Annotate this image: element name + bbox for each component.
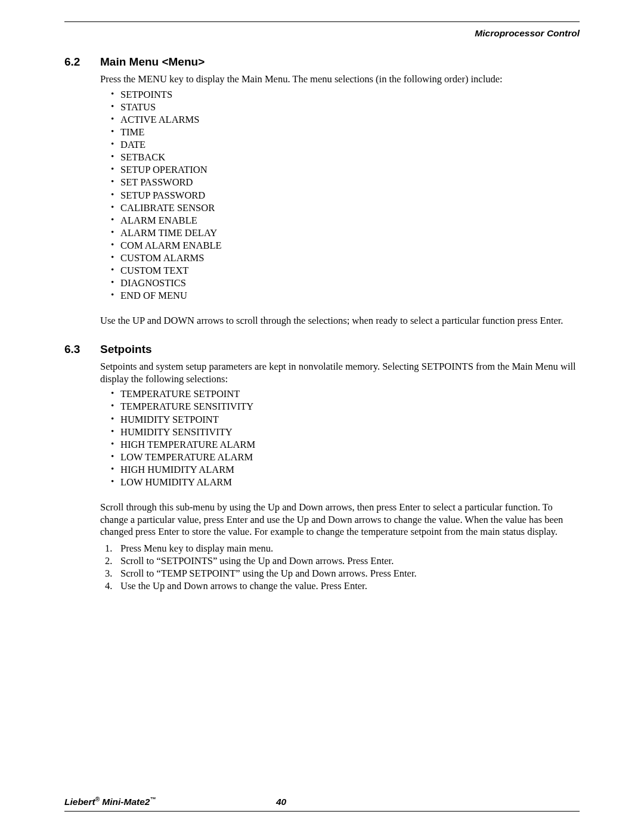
page-footer: Liebert® Mini-Mate2™ 40 bbox=[64, 796, 580, 807]
setpoints-list: TEMPERATURE SETPOINT TEMPERATURE SENSITI… bbox=[100, 388, 580, 488]
list-item: SET PASSWORD bbox=[100, 176, 580, 188]
list-item: ALARM ENABLE bbox=[100, 214, 580, 227]
list-item: HUMIDITY SETPOINT bbox=[100, 413, 580, 426]
section-6-2-heading: 6.2 Main Menu <Menu> bbox=[64, 55, 580, 69]
list-item: HIGH TEMPERATURE ALARM bbox=[100, 438, 580, 451]
list-item: TIME bbox=[100, 126, 580, 138]
list-item: SETBACK bbox=[100, 151, 580, 163]
list-item: STATUS bbox=[100, 101, 580, 113]
list-item: SETUP OPERATION bbox=[100, 163, 580, 176]
list-item: SETPOINTS bbox=[100, 88, 580, 101]
product-name: Liebert® Mini-Mate2™ bbox=[64, 796, 156, 807]
menu-list: SETPOINTS STATUS ACTIVE ALARMS TIME DATE… bbox=[100, 88, 580, 302]
list-item: LOW TEMPERATURE ALARM bbox=[100, 451, 580, 463]
list-item: Scroll to “SETPOINTS” using the Up and D… bbox=[100, 555, 580, 567]
list-item: HIGH HUMIDITY ALARM bbox=[100, 463, 580, 476]
section-title: Setpoints bbox=[100, 343, 152, 356]
list-item: CUSTOM ALARMS bbox=[100, 252, 580, 264]
list-item: TEMPERATURE SETPOINT bbox=[100, 388, 580, 400]
list-item: Use the Up and Down arrows to change the… bbox=[100, 580, 580, 592]
product-suffix: Mini-Mate2 bbox=[100, 797, 150, 807]
section-6-3-body: Setpoints and system setup parameters ar… bbox=[100, 361, 580, 592]
list-item: DIAGNOSTICS bbox=[100, 277, 580, 289]
list-item: CUSTOM TEXT bbox=[100, 264, 580, 277]
registered-icon: ® bbox=[95, 796, 100, 803]
list-item: ALARM TIME DELAY bbox=[100, 227, 580, 239]
page-number: 40 bbox=[276, 797, 286, 807]
paragraph: Use the UP and DOWN arrows to scroll thr… bbox=[100, 315, 580, 327]
section-6-2-body: Press the MENU key to display the Main M… bbox=[100, 73, 580, 327]
list-item: LOW HUMIDITY ALARM bbox=[100, 476, 580, 488]
list-item: Scroll to “TEMP SETPOINT” using the Up a… bbox=[100, 567, 580, 580]
list-item: END OF MENU bbox=[100, 289, 580, 302]
list-item: CALIBRATE SENSOR bbox=[100, 202, 580, 214]
section-number: 6.2 bbox=[64, 55, 100, 69]
running-header: Microprocessor Control bbox=[64, 28, 580, 39]
page-frame: Microprocessor Control 6.2 Main Menu <Me… bbox=[64, 21, 580, 812]
section-title: Main Menu <Menu> bbox=[100, 55, 205, 69]
list-item: DATE bbox=[100, 138, 580, 151]
list-item: HUMIDITY SENSITIVITY bbox=[100, 426, 580, 438]
product-prefix: Liebert bbox=[64, 797, 95, 807]
list-item: ACTIVE ALARMS bbox=[100, 113, 580, 126]
list-item: Press Menu key to display main menu. bbox=[100, 542, 580, 555]
list-item: COM ALARM ENABLE bbox=[100, 239, 580, 252]
paragraph: Press the MENU key to display the Main M… bbox=[100, 73, 580, 86]
paragraph: Scroll through this sub-menu by using th… bbox=[100, 501, 580, 538]
list-item: SETUP PASSWORD bbox=[100, 189, 580, 202]
section-number: 6.3 bbox=[64, 343, 100, 356]
paragraph: Setpoints and system setup parameters ar… bbox=[100, 361, 580, 385]
steps-list: Press Menu key to display main menu. Scr… bbox=[100, 542, 580, 592]
trademark-icon: ™ bbox=[150, 796, 156, 803]
list-item: TEMPERATURE SENSITIVITY bbox=[100, 400, 580, 413]
section-6-3-heading: 6.3 Setpoints bbox=[64, 343, 580, 356]
